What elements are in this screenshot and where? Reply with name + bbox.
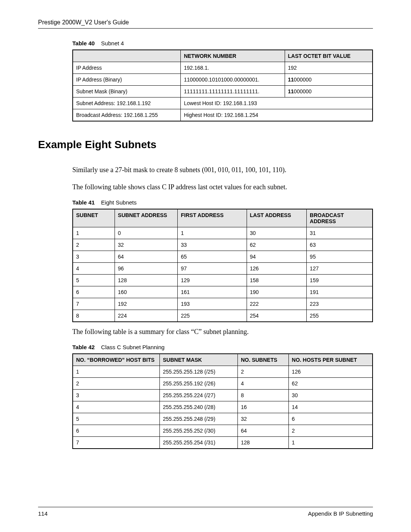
cell: 192: [285, 62, 373, 74]
cell: 11000000.10101000.00000001.: [181, 74, 285, 86]
table42-caption: Table 42 Class C Subnet Planning: [72, 344, 373, 350]
cell: 255.255.255.240 (/28): [160, 401, 238, 413]
cell: Broadcast Address: 192.168.1.255: [73, 109, 181, 121]
cell: 1: [288, 437, 373, 449]
cell: 62: [288, 378, 373, 390]
cell: 1: [178, 227, 247, 239]
t41-h4: LAST ADDRESS: [247, 209, 307, 227]
cell: 62: [247, 239, 307, 251]
cell: 6: [73, 286, 115, 298]
footer: 114 Appendix B IP Subnetting: [38, 499, 373, 517]
cell: 222: [247, 298, 307, 310]
cell: 63: [307, 239, 373, 251]
table-row: 6255.255.255.252 (/30)642: [73, 425, 373, 437]
t42-h1: NO. “BORROWED” HOST BITS: [73, 354, 160, 366]
cell: 225: [178, 310, 247, 322]
table-row: Broadcast Address: 192.168.1.255 Highest…: [73, 109, 373, 121]
table-row: 232336263: [73, 239, 373, 251]
cell: 0: [115, 227, 177, 239]
cell: 7: [73, 437, 160, 449]
table-row: 1013031: [73, 227, 373, 239]
cell: 31: [307, 227, 373, 239]
table40-h-network: NETWORK NUMBER: [181, 50, 285, 62]
cell: 6: [73, 425, 160, 437]
footer-section: Appendix B IP Subnetting: [308, 510, 373, 517]
cell: 160: [115, 286, 177, 298]
cell: 127: [307, 263, 373, 275]
cell: 192: [115, 298, 177, 310]
cell: 14: [288, 401, 373, 413]
paragraph: The following table shows class C IP add…: [72, 182, 373, 192]
t41-h2: SUBNET ADDRESS: [115, 209, 177, 227]
cell: 64: [237, 425, 288, 437]
table-row: IP Address (Binary) 11000000.10101000.00…: [73, 74, 373, 86]
table40-caption-label: Table 40: [72, 40, 95, 46]
paragraph: Similarly use a 27-bit mask to create 8 …: [72, 165, 373, 175]
cell: 128: [115, 275, 177, 286]
table-row: IP Address 192.168.1. 192: [73, 62, 373, 74]
cell: 3: [73, 390, 160, 401]
table-row: 5255.255.255.248 (/29)326: [73, 413, 373, 425]
cell: 2: [73, 378, 160, 390]
table40-caption: Table 40 Subnet 4: [72, 40, 373, 46]
page-number: 114: [38, 510, 48, 517]
cell: 6: [288, 413, 373, 425]
table41-caption-label: Table 41: [72, 199, 95, 206]
table-row: 6160161190191: [73, 286, 373, 298]
cell: 7: [73, 298, 115, 310]
cell: 161: [178, 286, 247, 298]
cell: 4: [73, 263, 115, 275]
cell: 128: [237, 437, 288, 449]
cell: IP Address: [73, 62, 181, 74]
table-row: 7192193222223: [73, 298, 373, 310]
table-row: 5128129158159: [73, 275, 373, 286]
table40-caption-text: Subnet 4: [101, 40, 124, 46]
cell: Lowest Host ID: 192.168.1.193: [181, 97, 373, 109]
cell: 8: [237, 390, 288, 401]
t42-h4: NO. HOSTS PER SUBNET: [288, 354, 373, 366]
table41-caption-text: Eight Subnets: [101, 199, 137, 206]
cell: 254: [247, 310, 307, 322]
table42: NO. “BORROWED” HOST BITS SUBNET MASK NO.…: [72, 353, 373, 449]
cell: 65: [178, 251, 247, 263]
cell: 126: [247, 263, 307, 275]
cell: 96: [115, 263, 177, 275]
table40: NETWORK NUMBER LAST OCTET BIT VALUE IP A…: [72, 50, 373, 121]
cell: 33: [178, 239, 247, 251]
t42-h3: NO. SUBNETS: [237, 354, 288, 366]
cell: 255.255.255.224 (/27): [160, 390, 238, 401]
cell: 223: [307, 298, 373, 310]
cell: Subnet Mask (Binary): [73, 86, 181, 97]
table-row: 2255.255.255.192 (/26)462: [73, 378, 373, 390]
table-row: 364659495: [73, 251, 373, 263]
table40-h-blank: [73, 50, 181, 62]
table-row: Subnet Address: 192.168.1.192 Lowest Hos…: [73, 97, 373, 109]
cell: Subnet Address: 192.168.1.192: [73, 97, 181, 109]
cell: 126: [288, 366, 373, 378]
cell: 4: [73, 401, 160, 413]
cell: 193: [178, 298, 247, 310]
cell: 159: [307, 275, 373, 286]
table41-caption: Table 41 Eight Subnets: [72, 199, 373, 206]
table-row: 49697126127: [73, 263, 373, 275]
header-title: Prestige 2000W_V2 User's Guide: [38, 19, 373, 26]
cell: 16: [237, 401, 288, 413]
cell: 95: [307, 251, 373, 263]
cell: 97: [178, 263, 247, 275]
cell: 255.255.255.248 (/29): [160, 413, 238, 425]
t41-h3: FIRST ADDRESS: [178, 209, 247, 227]
table40-header-row: NETWORK NUMBER LAST OCTET BIT VALUE: [73, 50, 373, 62]
table-row: 8224225254255: [73, 310, 373, 322]
cell: 5: [73, 275, 115, 286]
paragraph: The following table is a summary for cla…: [72, 327, 373, 337]
table42-caption-text: Class C Subnet Planning: [101, 344, 165, 350]
cell: 255.255.255.192 (/26): [160, 378, 238, 390]
cell: 5: [73, 413, 160, 425]
cell: Highest Host ID: 192.168.1.254: [181, 109, 373, 121]
table41-header-row: SUBNET SUBNET ADDRESS FIRST ADDRESS LAST…: [73, 209, 373, 227]
t42-h2: SUBNET MASK: [160, 354, 238, 366]
cell: 11000000: [285, 74, 373, 86]
table41: SUBNET SUBNET ADDRESS FIRST ADDRESS LAST…: [72, 209, 373, 322]
table-row: 4255.255.255.240 (/28)1614: [73, 401, 373, 413]
cell: 30: [247, 227, 307, 239]
